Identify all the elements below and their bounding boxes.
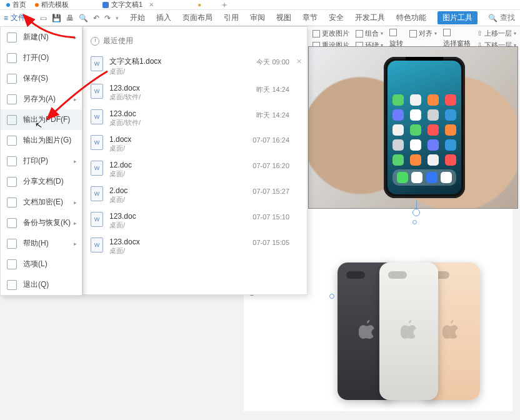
- new-tab-button[interactable]: ＋: [220, 0, 229, 11]
- home-icon: [6, 3, 10, 7]
- menu-new[interactable]: 新建(N)▸: [1, 27, 82, 48]
- tab-document[interactable]: 文字文稿1 ✕: [100, 0, 160, 10]
- recent-file-name: 123.doc: [109, 212, 136, 221]
- qat-print-icon[interactable]: 🖶: [66, 14, 74, 22]
- tab-start[interactable]: 开始: [130, 12, 145, 23]
- find-box[interactable]: 🔍 查找: [488, 12, 520, 23]
- btn-change-pic[interactable]: 更改图片: [312, 29, 349, 38]
- recent-file-item[interactable]: W2.doc桌面/07-07 15:27: [83, 182, 307, 208]
- tab-layout[interactable]: 页面布局: [182, 12, 212, 23]
- menu-help-label: 帮助(H): [23, 238, 49, 249]
- exit-icon: [7, 280, 17, 290]
- recent-file-path: 桌面/软件/: [109, 118, 141, 128]
- recent-file-path: 桌面/: [109, 67, 161, 76]
- menu-tabs: 开始 插入 页面布局 引用 审阅 视图 章节 安全 开发工具 特色功能 图片工具: [124, 11, 478, 24]
- recent-file-item[interactable]: W123.docx桌面/07-07 15:05: [83, 234, 307, 259]
- tab-reference[interactable]: 引用: [224, 12, 239, 23]
- recent-file-item[interactable]: W123.docx桌面/软件/昨天 14:24: [83, 80, 307, 106]
- qat-open-icon[interactable]: ▭: [40, 14, 47, 22]
- saveas-icon: [7, 94, 17, 104]
- menu-print[interactable]: 打印(P)▸: [1, 151, 82, 171]
- menu-encrypt[interactable]: 文档加密(E)▸: [1, 192, 82, 212]
- pdf-icon: [7, 115, 17, 125]
- close-icon[interactable]: ✕: [296, 58, 302, 66]
- doc-file-icon: W: [91, 212, 103, 227]
- lock-icon: [7, 198, 17, 208]
- tab-review[interactable]: 审阅: [250, 12, 265, 23]
- doc-file-icon: W: [91, 186, 103, 201]
- menu-backup[interactable]: 备份与恢复(K)▸: [1, 212, 82, 233]
- menu-share[interactable]: 分享文档(D): [1, 171, 82, 192]
- recent-file-item[interactable]: W123.doc桌面/07-07 15:10: [83, 208, 307, 234]
- rotation-handle[interactable]: [412, 209, 420, 216]
- menu-new-label: 新建(N): [23, 32, 49, 42]
- qat-redo-icon[interactable]: ↷: [104, 14, 111, 22]
- qat-preview-icon[interactable]: 🔍: [79, 14, 88, 22]
- resize-handle-bottom[interactable]: [412, 220, 417, 224]
- recent-file-date: 07-07 15:05: [252, 239, 289, 246]
- btn-sel-pane[interactable]: [443, 29, 471, 36]
- tab-home[interactable]: 首页: [4, 0, 32, 10]
- tab-special[interactable]: 特色功能: [396, 12, 426, 23]
- menu-exit[interactable]: 退出(Q): [1, 274, 82, 295]
- qat-save-icon[interactable]: 💾: [52, 14, 61, 22]
- btn-align[interactable]: 对齐▾: [409, 29, 437, 38]
- group-label: 组合: [365, 29, 379, 38]
- phone-silver: [379, 262, 438, 400]
- menu-save[interactable]: 保存(S): [1, 68, 82, 89]
- recent-file-item[interactable]: W12.doc桌面/07-07 16:20: [83, 157, 307, 182]
- tab-picture-tools[interactable]: 图片工具: [438, 11, 478, 24]
- doc-icon: [102, 2, 109, 8]
- chevron-down-icon: ▾: [514, 31, 516, 36]
- tab-template[interactable]: 稻壳模板: [32, 0, 75, 10]
- file-menu-button[interactable]: ≡ 文件 ▾: [0, 10, 35, 26]
- menu-saveas[interactable]: 另存为(A)▸: [1, 89, 82, 109]
- menu-export-img[interactable]: 输出为图片(G): [1, 130, 82, 151]
- menu-options[interactable]: 选项(L): [1, 254, 82, 274]
- help-icon: [7, 239, 17, 249]
- layer-up-icon: ⇧: [477, 29, 482, 38]
- inserted-image-1[interactable]: [308, 46, 518, 209]
- inserted-image-2[interactable]: [338, 231, 512, 400]
- unsaved-dot-icon: ●: [198, 1, 201, 8]
- chevron-down-icon: ▾: [434, 31, 437, 36]
- recent-file-item[interactable]: W1.docx桌面/07-07 16:24: [83, 131, 307, 157]
- image-icon: [7, 136, 17, 146]
- change-pic-icon: [312, 30, 320, 38]
- close-doc-icon[interactable]: ✕: [149, 1, 154, 8]
- tab-insert[interactable]: 插入: [156, 12, 171, 23]
- chevron-right-icon: ▸: [74, 34, 77, 41]
- save-icon: [7, 74, 17, 84]
- recent-file-name: 12.doc: [109, 161, 132, 169]
- search-icon: 🔍: [488, 14, 498, 22]
- tab-view[interactable]: 视图: [276, 12, 291, 23]
- btn-rotate[interactable]: [389, 29, 403, 36]
- menu-options-label: 选项(L): [23, 259, 48, 269]
- chevron-right-icon: ▸: [74, 241, 77, 247]
- qat-undo-icon[interactable]: ↶: [93, 14, 99, 22]
- tab-document-label: 文字文稿1: [111, 0, 142, 9]
- menu-saveas-label: 另存为(A): [23, 94, 56, 104]
- tab-chapter[interactable]: 章节: [302, 12, 318, 23]
- section-handle[interactable]: [329, 294, 334, 299]
- file-button-label: 文件: [11, 12, 26, 23]
- recent-file-item[interactable]: W123.doc桌面/软件/昨天 14:24: [83, 106, 307, 131]
- btn-layer-up[interactable]: ⇧上移一层▾: [477, 29, 516, 38]
- menu-open[interactable]: 打开(O): [1, 48, 82, 68]
- new-icon: [7, 32, 17, 42]
- chevron-right-icon: ▸: [74, 158, 77, 164]
- chevron-down-icon[interactable]: ▾: [116, 15, 119, 21]
- title-tab-bar: 首页 稻壳模板 文字文稿1 ✕ ● ＋: [0, 0, 520, 10]
- tab-security[interactable]: 安全: [329, 12, 344, 23]
- menu-help[interactable]: 帮助(H)▸: [1, 233, 82, 254]
- recent-file-item[interactable]: W文字文稿1.docx桌面/今天 09:00✕: [83, 52, 307, 80]
- rotate-icon: [389, 29, 397, 36]
- backup-icon: [7, 218, 17, 228]
- recent-file-name: 123.doc: [109, 109, 141, 118]
- menu-export-pdf[interactable]: 输出为PDF(F): [1, 109, 82, 130]
- btn-group[interactable]: 组合▾: [356, 29, 383, 38]
- recent-file-date: 07-07 15:27: [252, 188, 289, 195]
- recent-file-name: 123.docx: [109, 84, 141, 92]
- tab-dev[interactable]: 开发工具: [355, 12, 385, 23]
- doc-file-icon: W: [91, 84, 103, 99]
